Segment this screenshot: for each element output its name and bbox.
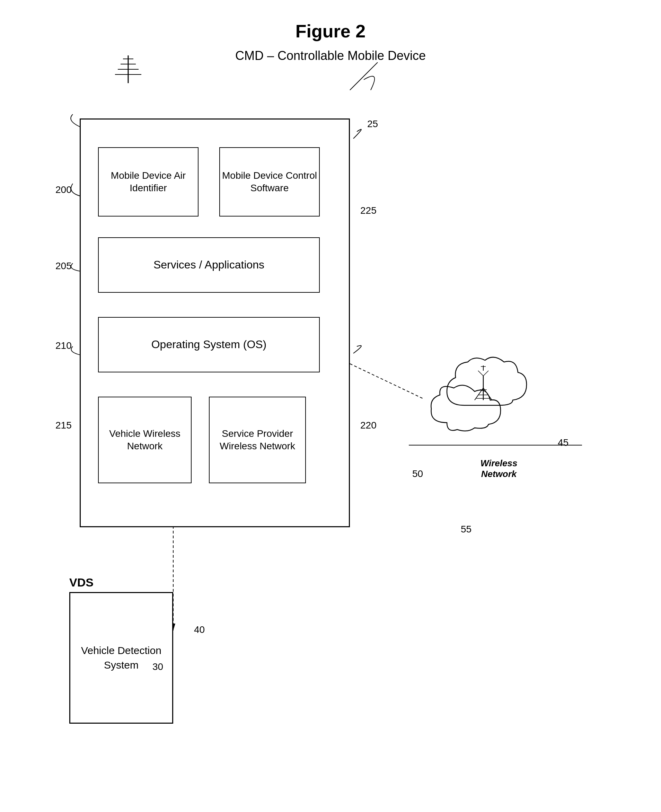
vehicle-wireless-label: Vehicle Wireless Network [99,428,191,453]
control-software-box: Mobile Device Control Software [219,147,320,217]
ref-220: 220 [360,420,377,431]
services-label: Services / Applications [153,258,264,272]
os-label: Operating System (OS) [152,337,267,352]
air-identifier-box: Mobile Device Air Identifier [98,147,198,217]
ref-225: 225 [360,205,377,216]
ref-25: 25 [367,118,378,129]
vds-box: Vehicle Detection System [69,592,173,724]
subtitle: CMD – Controllable Mobile Device [0,48,661,63]
ref-205: 205 [56,260,72,271]
ref-55: 55 [461,524,471,535]
air-identifier-label: Mobile Device Air Identifier [99,169,198,195]
ref-30: 30 [152,661,256,672]
cmd-box: Mobile Device Air Identifier Mobile Devi… [80,118,350,527]
vehicle-wireless-box: Vehicle Wireless Network [98,397,192,483]
wireless-network-label: Wireless Network [471,458,527,479]
sp-wireless-label: Service Provider Wireless Network [209,428,305,453]
ref-40: 40 [194,624,205,635]
page-title: Figure 2 [0,0,661,41]
os-box: Operating System (OS) [98,317,320,372]
ref-45: 45 [558,437,568,448]
diagram-area: Mobile Device Air Identifier Mobile Devi… [0,84,661,811]
ref-210: 210 [56,340,72,351]
ref-50: 50 [412,468,423,479]
ref-200: 200 [56,184,72,195]
sp-wireless-box: Service Provider Wireless Network [209,397,306,483]
control-software-label: Mobile Device Control Software [220,169,319,195]
vds-area: VDS Vehicle Detection System 30 [69,576,173,735]
vds-title: VDS [69,576,173,589]
ref-215: 215 [56,420,72,431]
services-box: Services / Applications [98,237,320,293]
